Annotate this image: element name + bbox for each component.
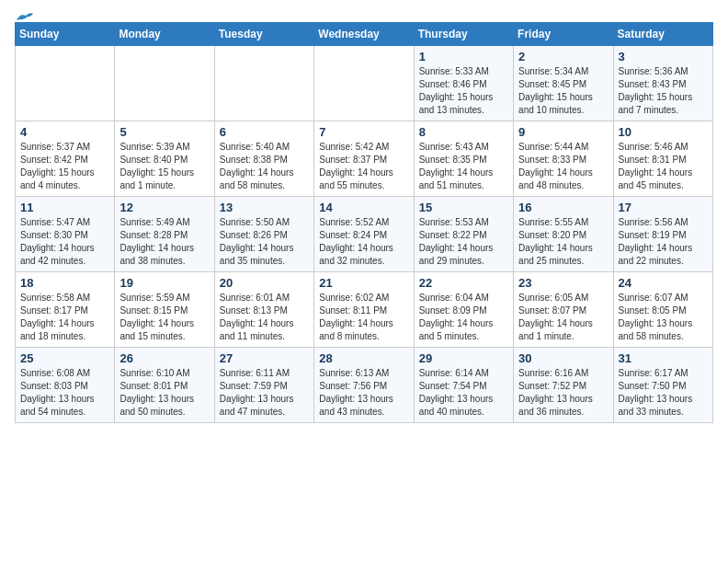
day-number: 8 (419, 125, 508, 139)
day-number: 21 (319, 276, 408, 290)
day-number: 3 (619, 50, 708, 63)
day-info: Sunrise: 6:13 AM Sunset: 7:56 PM Dayligh… (319, 367, 408, 419)
weekday-header: Saturday (613, 23, 712, 46)
day-number: 31 (619, 351, 708, 365)
day-info: Sunrise: 5:52 AM Sunset: 8:24 PM Dayligh… (319, 216, 408, 268)
day-number: 13 (220, 201, 309, 214)
day-number: 7 (319, 125, 408, 139)
calendar-cell: 27Sunrise: 6:11 AM Sunset: 7:59 PM Dayli… (214, 348, 313, 423)
calendar-cell: 1Sunrise: 5:33 AM Sunset: 8:46 PM Daylig… (414, 46, 513, 121)
day-info: Sunrise: 5:42 AM Sunset: 8:37 PM Dayligh… (319, 141, 408, 192)
calendar-cell: 13Sunrise: 5:50 AM Sunset: 8:26 PM Dayli… (214, 197, 313, 272)
day-number: 16 (518, 201, 608, 214)
day-info: Sunrise: 6:11 AM Sunset: 7:59 PM Dayligh… (220, 367, 309, 419)
day-info: Sunrise: 5:33 AM Sunset: 8:46 PM Dayligh… (419, 65, 508, 117)
day-info: Sunrise: 6:02 AM Sunset: 8:11 PM Dayligh… (319, 292, 408, 343)
day-info: Sunrise: 5:50 AM Sunset: 8:26 PM Dayligh… (220, 216, 309, 268)
calendar-cell (16, 46, 115, 121)
calendar-cell: 6Sunrise: 5:40 AM Sunset: 8:38 PM Daylig… (214, 121, 313, 197)
calendar-cell: 23Sunrise: 6:05 AM Sunset: 8:07 PM Dayli… (514, 272, 613, 348)
calendar-week-row: 1Sunrise: 5:33 AM Sunset: 8:46 PM Daylig… (16, 46, 713, 121)
calendar-cell: 17Sunrise: 5:56 AM Sunset: 8:19 PM Dayli… (613, 197, 712, 272)
day-number: 22 (419, 276, 508, 290)
weekday-header: Wednesday (314, 23, 414, 46)
day-info: Sunrise: 6:08 AM Sunset: 8:03 PM Dayligh… (20, 367, 109, 419)
weekday-header: Friday (514, 23, 613, 46)
calendar-cell: 19Sunrise: 5:59 AM Sunset: 8:15 PM Dayli… (115, 272, 214, 348)
day-info: Sunrise: 5:49 AM Sunset: 8:28 PM Dayligh… (119, 216, 209, 268)
calendar-cell: 26Sunrise: 6:10 AM Sunset: 8:01 PM Dayli… (115, 348, 214, 423)
day-number: 4 (20, 125, 109, 139)
calendar-cell: 10Sunrise: 5:46 AM Sunset: 8:31 PM Dayli… (613, 121, 712, 197)
day-number: 28 (319, 351, 408, 365)
day-number: 2 (518, 50, 608, 63)
calendar-cell (314, 46, 414, 121)
day-info: Sunrise: 5:58 AM Sunset: 8:17 PM Dayligh… (20, 292, 109, 343)
calendar-cell: 18Sunrise: 5:58 AM Sunset: 8:17 PM Dayli… (16, 272, 115, 348)
day-number: 20 (220, 276, 309, 290)
day-info: Sunrise: 5:55 AM Sunset: 8:20 PM Dayligh… (518, 216, 608, 268)
day-number: 29 (419, 351, 508, 365)
day-info: Sunrise: 5:34 AM Sunset: 8:45 PM Dayligh… (518, 65, 608, 117)
calendar-cell: 8Sunrise: 5:43 AM Sunset: 8:35 PM Daylig… (414, 121, 513, 197)
calendar-cell: 11Sunrise: 5:47 AM Sunset: 8:30 PM Dayli… (16, 197, 115, 272)
calendar-cell: 29Sunrise: 6:14 AM Sunset: 7:54 PM Dayli… (414, 348, 513, 423)
calendar-cell: 7Sunrise: 5:42 AM Sunset: 8:37 PM Daylig… (314, 121, 414, 197)
day-number: 5 (119, 125, 209, 139)
calendar-cell: 15Sunrise: 5:53 AM Sunset: 8:22 PM Dayli… (414, 197, 513, 272)
day-number: 24 (619, 276, 708, 290)
day-number: 15 (419, 201, 508, 214)
day-number: 6 (220, 125, 309, 139)
day-info: Sunrise: 6:10 AM Sunset: 8:01 PM Dayligh… (119, 367, 209, 419)
day-number: 26 (119, 351, 209, 365)
day-info: Sunrise: 6:01 AM Sunset: 8:13 PM Dayligh… (220, 292, 309, 343)
calendar-cell: 9Sunrise: 5:44 AM Sunset: 8:33 PM Daylig… (514, 121, 613, 197)
day-info: Sunrise: 5:39 AM Sunset: 8:40 PM Dayligh… (119, 141, 209, 192)
day-number: 30 (518, 351, 608, 365)
calendar-cell: 14Sunrise: 5:52 AM Sunset: 8:24 PM Dayli… (314, 197, 414, 272)
day-info: Sunrise: 6:07 AM Sunset: 8:05 PM Dayligh… (619, 292, 708, 343)
day-info: Sunrise: 5:40 AM Sunset: 8:38 PM Dayligh… (220, 141, 309, 192)
calendar-cell: 16Sunrise: 5:55 AM Sunset: 8:20 PM Dayli… (514, 197, 613, 272)
calendar-table: SundayMondayTuesdayWednesdayThursdayFrid… (15, 22, 713, 423)
calendar-cell: 4Sunrise: 5:37 AM Sunset: 8:42 PM Daylig… (16, 121, 115, 197)
day-info: Sunrise: 5:46 AM Sunset: 8:31 PM Dayligh… (619, 141, 708, 192)
calendar-week-row: 11Sunrise: 5:47 AM Sunset: 8:30 PM Dayli… (16, 197, 713, 272)
day-info: Sunrise: 5:36 AM Sunset: 8:43 PM Dayligh… (619, 65, 708, 117)
weekday-header: Sunday (16, 23, 115, 46)
calendar-cell (115, 46, 214, 121)
day-number: 11 (20, 201, 109, 214)
weekday-header: Monday (115, 23, 214, 46)
day-number: 17 (619, 201, 708, 214)
day-info: Sunrise: 6:04 AM Sunset: 8:09 PM Dayligh… (419, 292, 508, 343)
day-info: Sunrise: 6:16 AM Sunset: 7:52 PM Dayligh… (518, 367, 608, 419)
day-info: Sunrise: 5:56 AM Sunset: 8:19 PM Dayligh… (619, 216, 708, 268)
calendar-cell: 24Sunrise: 6:07 AM Sunset: 8:05 PM Dayli… (613, 272, 712, 348)
calendar-cell (214, 46, 313, 121)
calendar-cell: 5Sunrise: 5:39 AM Sunset: 8:40 PM Daylig… (115, 121, 214, 197)
day-number: 18 (20, 276, 109, 290)
day-info: Sunrise: 5:59 AM Sunset: 8:15 PM Dayligh… (119, 292, 209, 343)
day-number: 25 (20, 351, 109, 365)
day-info: Sunrise: 6:05 AM Sunset: 8:07 PM Dayligh… (518, 292, 608, 343)
calendar-week-row: 4Sunrise: 5:37 AM Sunset: 8:42 PM Daylig… (16, 121, 713, 197)
calendar-cell: 31Sunrise: 6:17 AM Sunset: 7:50 PM Dayli… (613, 348, 712, 423)
day-number: 23 (518, 276, 608, 290)
calendar-cell: 3Sunrise: 5:36 AM Sunset: 8:43 PM Daylig… (613, 46, 712, 121)
day-number: 14 (319, 201, 408, 214)
day-info: Sunrise: 6:17 AM Sunset: 7:50 PM Dayligh… (619, 367, 708, 419)
day-number: 27 (220, 351, 309, 365)
calendar-cell: 25Sunrise: 6:08 AM Sunset: 8:03 PM Dayli… (16, 348, 115, 423)
calendar-cell: 28Sunrise: 6:13 AM Sunset: 7:56 PM Dayli… (314, 348, 414, 423)
day-info: Sunrise: 5:44 AM Sunset: 8:33 PM Dayligh… (518, 141, 608, 192)
day-number: 12 (119, 201, 209, 214)
calendar-cell: 30Sunrise: 6:16 AM Sunset: 7:52 PM Dayli… (514, 348, 613, 423)
calendar-cell: 2Sunrise: 5:34 AM Sunset: 8:45 PM Daylig… (514, 46, 613, 121)
day-info: Sunrise: 5:43 AM Sunset: 8:35 PM Dayligh… (419, 141, 508, 192)
day-number: 19 (119, 276, 209, 290)
header-row: SundayMondayTuesdayWednesdayThursdayFrid… (16, 23, 713, 46)
calendar-week-row: 25Sunrise: 6:08 AM Sunset: 8:03 PM Dayli… (16, 348, 713, 423)
day-number: 1 (419, 50, 508, 63)
day-number: 10 (619, 125, 708, 139)
calendar-cell: 21Sunrise: 6:02 AM Sunset: 8:11 PM Dayli… (314, 272, 414, 348)
